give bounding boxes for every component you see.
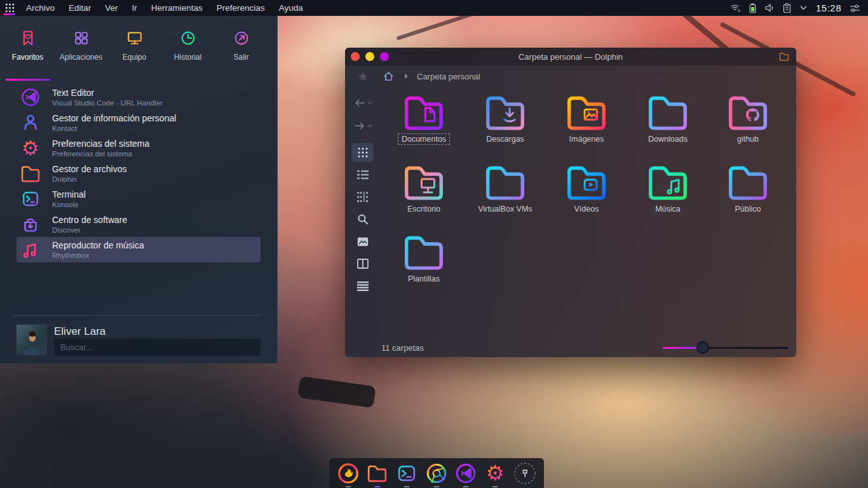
window-title: Carpeta personal — Dolphin bbox=[345, 52, 796, 62]
folder-imagenes[interactable]: Imágenes bbox=[548, 92, 625, 145]
vscode-icon[interactable] bbox=[453, 461, 478, 486]
folder-escritorio[interactable]: Escritorio bbox=[386, 162, 462, 215]
top-menubar: Archivo Editar Ver Ir Herramientas Prefe… bbox=[0, 0, 868, 16]
tab-label: Favoritos bbox=[12, 53, 43, 62]
menu-preferencias[interactable]: Preferencias bbox=[210, 0, 272, 16]
github-octocat-glyph bbox=[746, 108, 759, 121]
list-view-button[interactable] bbox=[352, 165, 374, 184]
app-item-discover[interactable]: Centro de software Discover bbox=[17, 212, 261, 237]
menu-herramientas[interactable]: Herramientas bbox=[144, 0, 210, 16]
download-glyph bbox=[505, 108, 515, 121]
volume-icon[interactable] bbox=[764, 3, 775, 13]
app-subtitle: Discover bbox=[52, 226, 127, 234]
status-settings-icon[interactable] bbox=[850, 4, 860, 13]
close-button[interactable] bbox=[351, 52, 360, 61]
firefox-icon[interactable] bbox=[336, 461, 360, 486]
app-title: Terminal bbox=[52, 189, 86, 200]
running-indicator bbox=[345, 486, 351, 487]
launcher-tabs: Favoritos Aplicaciones Equipo bbox=[0, 20, 278, 78]
breadcrumb[interactable]: Carpeta personal bbox=[417, 72, 480, 81]
menu-ver[interactable]: Ver bbox=[98, 0, 125, 16]
folder-documentos[interactable]: Documentos bbox=[386, 92, 462, 145]
minimize-button[interactable] bbox=[365, 52, 374, 61]
apps-grid-icon bbox=[71, 27, 92, 49]
back-button[interactable] bbox=[354, 95, 372, 111]
folder-plantillas[interactable]: Plantillas bbox=[386, 232, 462, 285]
running-indicator bbox=[404, 486, 410, 487]
chevron-down-icon[interactable] bbox=[799, 5, 808, 11]
zoom-slider[interactable] bbox=[663, 341, 789, 354]
folder-github[interactable]: github bbox=[710, 92, 786, 145]
folder-descargas[interactable]: Descargas bbox=[467, 92, 543, 145]
menu-archivo[interactable]: Archivo bbox=[19, 0, 62, 16]
chrome-icon[interactable] bbox=[424, 461, 449, 486]
folder-videos[interactable]: Vídeos bbox=[548, 162, 625, 215]
app-item-konsole[interactable]: Terminal Konsole bbox=[17, 186, 261, 212]
tab-favoritos[interactable]: Favoritos bbox=[2, 20, 53, 78]
app-title: Gestor de información personal bbox=[52, 113, 176, 124]
app-launcher-button[interactable] bbox=[0, 0, 19, 16]
clock[interactable]: 15:28 bbox=[816, 3, 841, 13]
network-icon[interactable] bbox=[730, 3, 741, 13]
app-item-dolphin[interactable]: Gestor de archivos Dolphin bbox=[17, 161, 261, 186]
location-bar: Carpeta personal bbox=[345, 65, 796, 87]
app-title: Text Editor bbox=[52, 88, 163, 98]
battery-icon[interactable] bbox=[749, 3, 756, 13]
search-icon[interactable] bbox=[352, 210, 374, 229]
tab-equipo[interactable]: Equipo bbox=[109, 20, 160, 78]
application-launcher-panel: Favoritos Aplicaciones Equipo bbox=[0, 16, 278, 363]
folder-downloads[interactable]: Downloads bbox=[630, 92, 706, 145]
app-subtitle: Visual Studio Code - URL Handler bbox=[52, 98, 163, 107]
running-indicator bbox=[492, 486, 498, 487]
software-bag-icon bbox=[19, 213, 42, 236]
dolphin-window: Carpeta personal — Dolphin Carpeta perso… bbox=[345, 48, 796, 357]
app-subtitle: Preferencias del sistema bbox=[52, 149, 149, 158]
hamburger-menu-button[interactable] bbox=[352, 276, 374, 295]
icons-view-button[interactable] bbox=[352, 143, 374, 162]
menu-ir[interactable]: Ir bbox=[125, 0, 144, 16]
split-view-button[interactable] bbox=[352, 254, 374, 273]
home-icon[interactable] bbox=[383, 71, 395, 82]
running-indicator bbox=[433, 486, 439, 487]
window-folder-icon bbox=[778, 51, 790, 62]
active-tab-underline bbox=[6, 79, 50, 81]
launcher-active-underline bbox=[4, 13, 15, 15]
app-item-text-editor[interactable]: Text Editor Visual Studio Code - URL Han… bbox=[17, 85, 261, 110]
folder-label: Escritorio bbox=[403, 203, 444, 215]
menu-editar[interactable]: Editar bbox=[62, 0, 98, 16]
favorite-star-icon[interactable] bbox=[358, 71, 369, 82]
person-icon bbox=[19, 111, 42, 134]
window-titlebar[interactable]: Carpeta personal — Dolphin bbox=[345, 48, 796, 65]
maximize-button[interactable] bbox=[380, 52, 389, 61]
tab-label: Historial bbox=[174, 53, 201, 62]
tab-historial[interactable]: Historial bbox=[162, 20, 214, 78]
dolphin-statusbar: 11 carpetas bbox=[345, 338, 796, 357]
folder-count: 11 carpetas bbox=[381, 343, 424, 353]
settings-gear-icon[interactable]: ⚙ bbox=[483, 461, 508, 486]
folder-label: Downloads bbox=[644, 133, 691, 145]
tab-salir[interactable]: Salir bbox=[215, 20, 267, 78]
dock: ⚙ bbox=[329, 458, 544, 488]
folder-virtualbox-vms[interactable]: VirtualBox VMs bbox=[467, 162, 543, 215]
compact-view-button[interactable] bbox=[352, 187, 374, 207]
forward-button[interactable] bbox=[354, 118, 372, 134]
menu-ayuda[interactable]: Ayuda bbox=[272, 0, 310, 16]
forward-dropdown-icon[interactable] bbox=[367, 124, 372, 128]
app-item-rhythmbox[interactable]: Reproductor de música Rhythmbox bbox=[17, 237, 261, 262]
search-input[interactable] bbox=[54, 339, 261, 356]
app-title: Gestor de archivos bbox=[52, 164, 127, 175]
terminal-icon[interactable] bbox=[395, 461, 419, 486]
zoom-slider-handle[interactable] bbox=[696, 341, 709, 354]
clipboard-icon[interactable] bbox=[783, 3, 791, 13]
app-subtitle: Kontact bbox=[52, 124, 176, 133]
folder-publico[interactable]: Público bbox=[710, 162, 786, 215]
file-manager-icon[interactable] bbox=[365, 461, 390, 486]
folder-musica[interactable]: Música bbox=[630, 162, 706, 215]
latte-dock-icon[interactable] bbox=[512, 461, 538, 486]
app-item-preferencias[interactable]: ⚙ Preferencias del sistema Preferencias … bbox=[17, 135, 261, 161]
preview-image-icon[interactable] bbox=[352, 232, 374, 251]
tab-aplicaciones[interactable]: Aplicaciones bbox=[55, 20, 107, 78]
back-dropdown-icon[interactable] bbox=[367, 101, 372, 105]
user-avatar[interactable] bbox=[17, 325, 47, 355]
app-item-kontact[interactable]: Gestor de información personal Kontact bbox=[17, 110, 261, 135]
